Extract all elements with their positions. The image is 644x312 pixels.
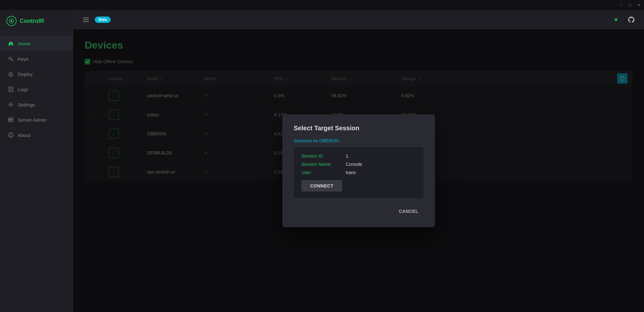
titlebar: − □ × — [0, 0, 644, 10]
session-name-field: Session Name: Console — [301, 162, 416, 167]
modal-title: Select Target Session — [294, 125, 424, 132]
beta-badge: Beta — [95, 17, 111, 23]
modal-footer: CANCEL — [294, 206, 424, 217]
session-user-field: User: trans — [301, 170, 416, 175]
sidebar-logo: ControlR — [0, 10, 73, 32]
lightning-icon[interactable] — [611, 15, 621, 25]
logs-icon — [8, 86, 14, 92]
modal-overlay: Select Target Session Sessions on OBERON… — [73, 29, 644, 312]
main-content: Beta Devices — [73, 10, 644, 312]
sidebar-item-about[interactable]: About — [0, 127, 73, 143]
svg-point-9 — [9, 121, 10, 121]
sidebar: ControlR Home Keys — [0, 10, 73, 312]
deploy-icon — [8, 71, 14, 77]
topbar-right — [611, 15, 636, 25]
minimize-button[interactable]: − — [619, 3, 624, 8]
maximize-button[interactable]: □ — [627, 3, 633, 8]
sidebar-item-keys-label: Keys — [18, 56, 28, 62]
menu-button[interactable] — [81, 15, 91, 25]
logo-text: ControlR — [20, 18, 44, 24]
session-name-value: Console — [346, 162, 362, 167]
about-icon — [8, 132, 14, 138]
close-button[interactable]: × — [636, 3, 641, 8]
sidebar-item-logs-label: Logs — [18, 87, 28, 92]
session-user-value: trans — [346, 170, 356, 175]
session-id-value: 1 — [346, 153, 349, 159]
topbar: Beta — [73, 10, 644, 29]
logo-icon — [6, 16, 17, 26]
sidebar-item-settings-label: Settings — [18, 102, 35, 107]
cancel-button[interactable]: CANCEL — [394, 206, 423, 217]
svg-point-1 — [10, 20, 12, 22]
session-card: Session ID: 1 Session Name: Console User… — [294, 147, 424, 198]
select-session-modal: Select Target Session Sessions on OBERON… — [282, 114, 435, 227]
sidebar-item-home[interactable]: Home — [0, 36, 73, 51]
sessions-label: Sessions on OBERON: — [294, 138, 424, 143]
session-id-field: Session ID: 1 — [301, 153, 416, 159]
sidebar-item-logs[interactable]: Logs — [0, 82, 73, 97]
nav-list: Home Keys D — [0, 32, 73, 312]
sidebar-item-server-admin-label: Server Admin — [18, 117, 46, 123]
sidebar-item-keys[interactable]: Keys — [0, 51, 73, 66]
github-icon[interactable] — [626, 15, 636, 25]
sidebar-item-settings[interactable]: Settings — [0, 97, 73, 112]
session-user-label: User: — [301, 170, 346, 175]
svg-point-3 — [10, 74, 11, 75]
svg-point-11 — [10, 134, 11, 134]
session-id-label: Session ID: — [301, 153, 346, 159]
app-layout: ControlR Home Keys — [0, 10, 644, 312]
menu-line-2 — [83, 19, 89, 20]
sidebar-item-deploy[interactable]: Deploy — [0, 66, 73, 82]
connect-button[interactable]: CONNECT — [301, 180, 343, 192]
page-body: Devices Hide Offline Devices — [73, 29, 644, 312]
settings-icon — [8, 101, 14, 108]
sidebar-item-server-admin[interactable]: Server Admin — [0, 112, 73, 127]
server-admin-icon — [8, 117, 14, 123]
sidebar-item-deploy-label: Deploy — [18, 71, 33, 77]
sidebar-item-about-label: About — [18, 132, 30, 138]
session-name-label: Session Name: — [301, 162, 346, 167]
svg-point-8 — [9, 119, 10, 119]
menu-line-1 — [83, 17, 89, 18]
svg-point-5 — [10, 104, 12, 105]
key-icon — [8, 56, 14, 62]
home-icon — [8, 40, 14, 47]
sidebar-item-home-label: Home — [18, 41, 31, 46]
menu-line-3 — [83, 21, 89, 22]
